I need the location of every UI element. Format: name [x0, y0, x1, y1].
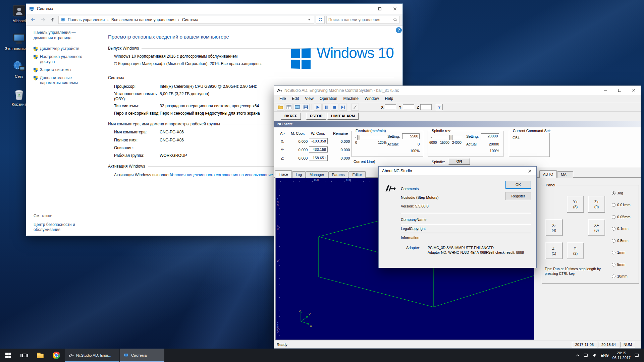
step-option-5[interactable]: 5mm	[612, 262, 625, 266]
taskbar-task-ncstudio[interactable]: NcStudio AD. Engr...	[65, 349, 119, 362]
tab-params[interactable]: Params	[328, 171, 348, 178]
search-input[interactable]	[328, 17, 393, 22]
maximize-button[interactable]	[612, 86, 627, 95]
save-icon[interactable]	[302, 104, 310, 111]
file-explorer-button[interactable]	[32, 349, 48, 362]
step-option-01[interactable]: 0.1mm	[612, 227, 629, 231]
information-label: Information	[401, 236, 419, 240]
system-titlebar[interactable]: Система	[26, 4, 402, 14]
jog-z-plus-button[interactable]: Z+(9)	[588, 196, 605, 213]
spindle-setting-input[interactable]: 20000	[481, 133, 499, 139]
refresh-button[interactable]	[316, 16, 325, 24]
ncstudio-titlebar[interactable]: NcStudio AD. Engraving Machine Control S…	[274, 86, 641, 95]
spindle-on-button[interactable]: ON	[448, 158, 470, 165]
start-button[interactable]	[0, 349, 16, 362]
pause-program-icon[interactable]	[322, 104, 330, 111]
status-date: 2017-11-06	[572, 342, 597, 348]
open-file-icon[interactable]	[277, 104, 284, 111]
step-option-005[interactable]: 0.05mm	[612, 215, 631, 219]
license-terms-link[interactable]: Условия лицензионного соглашения на испо…	[170, 173, 276, 177]
sidebar-item-system-protection[interactable]: Защита системы	[34, 67, 93, 72]
desktop-icon-label: Корзина	[12, 102, 26, 107]
breadcrumb-system[interactable]: Система	[180, 17, 200, 22]
feedrate-slider-thumb[interactable]	[357, 135, 360, 140]
breadcrumb-all-items[interactable]: Все элементы панели управления	[110, 17, 177, 22]
limit-alarm-button[interactable]: LIMIT ALARM	[327, 113, 359, 120]
svg-text:X: X	[310, 324, 312, 327]
step-option-10[interactable]: 10mm	[612, 274, 628, 278]
tab-manual[interactable]: MA...	[557, 171, 573, 178]
view-grid-icon[interactable]	[285, 104, 293, 111]
menu-window[interactable]: Window	[362, 95, 382, 103]
action-center-icon[interactable]	[634, 353, 639, 358]
z-input[interactable]	[420, 104, 432, 110]
toolbar-separator	[349, 104, 349, 110]
sidebar-item-home[interactable]: Панель управления — домашняя страница	[34, 30, 88, 41]
show-desktop-button[interactable]	[642, 349, 644, 362]
tab-trace[interactable]: Trace	[275, 170, 292, 178]
close-button[interactable]	[387, 4, 402, 14]
about-titlebar[interactable]: About NC Studio	[379, 167, 536, 175]
jog-y-plus-button[interactable]: Y+(8)	[567, 196, 584, 213]
tab-manager[interactable]: Manager	[306, 171, 328, 178]
forward-button[interactable]	[39, 16, 47, 24]
clock[interactable]: 20:15 06.11.2017	[612, 351, 631, 360]
tool-slash-icon[interactable]	[351, 104, 359, 111]
back-button[interactable]	[29, 16, 37, 24]
tray-expand-icon[interactable]	[576, 354, 580, 357]
sidebar-item-security-center[interactable]: Центр безопасности и обслуживания	[34, 222, 84, 232]
estop-button[interactable]: ESTOP	[306, 113, 326, 120]
tab-log[interactable]: Log	[292, 171, 306, 178]
close-button[interactable]	[627, 86, 641, 95]
address-dropdown-icon[interactable]	[308, 19, 311, 20]
sidebar-item-device-manager[interactable]: Диспетчер устройств	[34, 46, 93, 51]
step-option-001[interactable]: 0.01mm	[612, 203, 631, 207]
menu-edit[interactable]: Edit	[289, 95, 302, 103]
taskbar-task-system[interactable]: Система	[120, 349, 164, 362]
status-time: 20:15:34	[598, 342, 619, 348]
axis-x-label: X:	[281, 139, 284, 143]
register-button[interactable]: Register	[505, 192, 531, 200]
screen-icon[interactable]	[293, 104, 301, 111]
up-button[interactable]	[49, 16, 57, 24]
minimize-button[interactable]	[357, 4, 372, 14]
breadcrumb-control-panel[interactable]: Панель управления	[66, 17, 106, 22]
ncstudio-app-icon	[68, 353, 74, 358]
menu-operation[interactable]: Operation	[317, 95, 340, 103]
bkref-button[interactable]: BKREF	[281, 113, 301, 120]
jog-z-minus-button[interactable]: Z-(1)	[545, 242, 562, 259]
menu-machine[interactable]: Machine	[340, 95, 362, 103]
help-icon[interactable]	[396, 27, 402, 33]
jog-x-minus-button[interactable]: X-(4)	[545, 219, 562, 236]
minimize-button[interactable]	[598, 86, 612, 95]
jog-y-minus-button[interactable]: Y-(2)	[567, 242, 584, 259]
hardware-tray-icon[interactable]	[583, 353, 588, 358]
step-option-jog[interactable]: Jog	[612, 191, 623, 195]
tab-editor[interactable]: Editor	[348, 171, 366, 178]
maximize-button[interactable]	[372, 4, 387, 14]
step-forward-icon[interactable]	[339, 104, 347, 111]
spindle-slider[interactable]	[431, 137, 462, 138]
spindle-slider-thumb[interactable]	[449, 135, 452, 140]
sidebar-item-advanced-settings[interactable]: Дополнительные параметры системы	[34, 75, 93, 85]
start-program-icon[interactable]	[314, 104, 322, 111]
task-view-button[interactable]	[16, 349, 32, 362]
y-input[interactable]	[403, 104, 414, 110]
step-option-1[interactable]: 1mm	[612, 250, 625, 254]
context-help-icon[interactable]	[436, 104, 443, 110]
volume-icon[interactable]	[592, 353, 597, 358]
chrome-button[interactable]	[48, 349, 64, 362]
jog-x-plus-button[interactable]: X+(6)	[588, 219, 605, 236]
stop-program-icon[interactable]	[331, 104, 338, 111]
feedrate-setting-input[interactable]: 5500	[402, 133, 420, 139]
ok-button[interactable]: OK	[505, 181, 531, 189]
language-indicator[interactable]: ENG	[601, 353, 609, 357]
step-option-05[interactable]: 0.5mm	[612, 239, 629, 243]
tab-auto[interactable]: AUTO	[539, 170, 557, 178]
menu-file[interactable]: File	[276, 95, 289, 103]
sidebar-item-remote-access[interactable]: Настройка удаленного доступа	[34, 54, 93, 64]
menu-view[interactable]: View	[302, 95, 317, 103]
x-input[interactable]	[385, 104, 396, 110]
close-icon[interactable]	[523, 167, 536, 175]
menu-help[interactable]: Help	[382, 95, 396, 103]
